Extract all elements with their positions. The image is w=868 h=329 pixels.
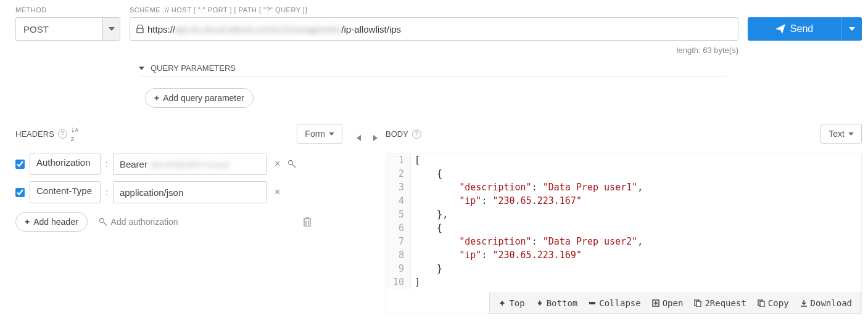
url-input[interactable]: https://api.int.cloud.talend.com/v1/mana… [130, 17, 738, 41]
url-length: length: 63 byte(s) [130, 46, 738, 55]
caret-down-icon [102, 18, 120, 40]
help-icon[interactable]: ? [412, 129, 421, 139]
line-number: 4 [386, 194, 411, 208]
form-label: Form [305, 129, 325, 139]
method-select[interactable]: POST [15, 17, 120, 41]
trash-icon[interactable] [303, 217, 312, 227]
plus-icon: + [25, 217, 30, 227]
code-content: "description": "Data Prep user1", [411, 181, 861, 194]
send-label: Send [790, 23, 813, 35]
send-caret[interactable] [841, 17, 862, 41]
header-name-input[interactable]: Content-Type [30, 181, 101, 203]
colon: : [105, 187, 108, 197]
headers-label: HEADERS [15, 129, 54, 139]
code-line: 9 } [386, 262, 861, 275]
header-row: Authorization:Bearer abcdefghijklmnopqr× [15, 153, 342, 175]
add-auth-label: Add authorization [111, 217, 178, 227]
paper-plane-icon [775, 24, 785, 34]
header-enabled-checkbox[interactable] [15, 160, 25, 169]
url-text: https://api.int.cloud.talend.com/v1/mana… [147, 24, 401, 35]
top-button[interactable]: Top [498, 298, 524, 308]
header-row: Content-Type:application/json× [15, 181, 342, 203]
add-header-button[interactable]: + Add header [15, 212, 88, 232]
code-line: 4 "ip": "230.65.223.167" [386, 194, 861, 208]
code-line: 10] [386, 275, 861, 289]
svg-line-3 [104, 222, 107, 225]
code-line: 6 { [386, 221, 861, 235]
add-qp-label: Add query parameter [163, 93, 244, 103]
collapse-button[interactable]: Collapse [589, 298, 640, 308]
send-spacer [748, 6, 862, 14]
svg-point-0 [289, 161, 293, 165]
code-content: "ip": "230.65.223.167" [411, 194, 861, 208]
line-number: 10 [386, 275, 411, 289]
plus-icon: + [154, 93, 159, 103]
body-format-select[interactable]: Text [820, 124, 862, 144]
help-icon[interactable]: ? [58, 129, 67, 139]
body-editor[interactable]: 1[2 {3 "description": "Data Prep user1",… [386, 153, 862, 314]
svg-rect-4 [589, 302, 595, 304]
line-number: 9 [386, 262, 411, 275]
body-toolbar: Top Bottom Collapse Open 2Request Copy D… [489, 293, 861, 314]
method-label: METHOD [15, 6, 120, 14]
lock-icon [136, 25, 144, 33]
remove-header-icon[interactable]: × [272, 187, 283, 198]
text-label: Text [829, 129, 845, 139]
scheme-label: SCHEME :// HOST [ ":" PORT ] [ PATH [ "?… [130, 6, 738, 14]
header-value-input[interactable]: Bearer abcdefghijklmnopqr [113, 153, 267, 175]
code-line: 2 { [386, 167, 861, 181]
add-authorization-button[interactable]: Add authorization [99, 217, 178, 227]
svg-line-1 [292, 164, 296, 168]
code-content: { [411, 221, 861, 235]
svg-rect-9 [760, 301, 764, 307]
code-content: } [411, 262, 861, 275]
code-content: { [411, 167, 861, 181]
collapse-left-icon[interactable] [357, 135, 361, 141]
svg-rect-7 [696, 301, 701, 307]
line-number: 3 [386, 181, 411, 194]
code-content: [ [411, 153, 861, 167]
sort-icon[interactable]: ↓AZ [71, 124, 79, 143]
collapse-right-icon[interactable] [373, 135, 378, 141]
method-value: POST [16, 18, 102, 40]
body-label: BODY [386, 129, 408, 139]
line-number: 8 [386, 248, 411, 262]
code-line: 7 "description": "Data Prep user2", [386, 235, 861, 248]
open-button[interactable]: Open [652, 298, 684, 308]
code-content: }, [411, 208, 861, 221]
line-number: 7 [386, 235, 411, 248]
svg-point-2 [99, 219, 104, 223]
code-line: 5 }, [386, 208, 861, 221]
code-line: 8 "ip": "230.65.223.169" [386, 248, 861, 262]
line-number: 1 [386, 153, 411, 167]
wand-icon [99, 217, 107, 226]
code-content: ] [411, 275, 861, 289]
code-line: 3 "description": "Data Prep user1", [386, 181, 861, 194]
query-params-toggle[interactable]: QUERY PARAMETERS [139, 60, 726, 77]
magnifier-icon[interactable] [287, 160, 296, 168]
line-number: 5 [386, 208, 411, 221]
header-enabled-checkbox[interactable] [15, 188, 25, 197]
send-button[interactable]: Send [748, 17, 862, 41]
headers-format-select[interactable]: Form [297, 124, 342, 144]
2request-button[interactable]: 2Request [694, 298, 746, 308]
copy-button[interactable]: Copy [758, 298, 789, 308]
colon: : [105, 159, 108, 169]
query-params-label: QUERY PARAMETERS [151, 63, 236, 73]
header-name-input[interactable]: Authorization [30, 153, 101, 175]
add-query-param-button[interactable]: + Add query parameter [145, 88, 254, 108]
bottom-button[interactable]: Bottom [536, 298, 578, 308]
remove-header-icon[interactable]: × [272, 158, 283, 169]
download-button[interactable]: Download [800, 298, 852, 308]
line-number: 6 [386, 221, 411, 235]
caret-down-icon [139, 67, 144, 70]
code-content: "ip": "230.65.223.169" [411, 248, 861, 262]
code-line: 1[ [386, 153, 861, 167]
line-number: 2 [386, 167, 411, 181]
header-value-input[interactable]: application/json [113, 181, 267, 203]
add-header-label: Add header [33, 217, 78, 227]
code-content: "description": "Data Prep user2", [411, 235, 861, 248]
